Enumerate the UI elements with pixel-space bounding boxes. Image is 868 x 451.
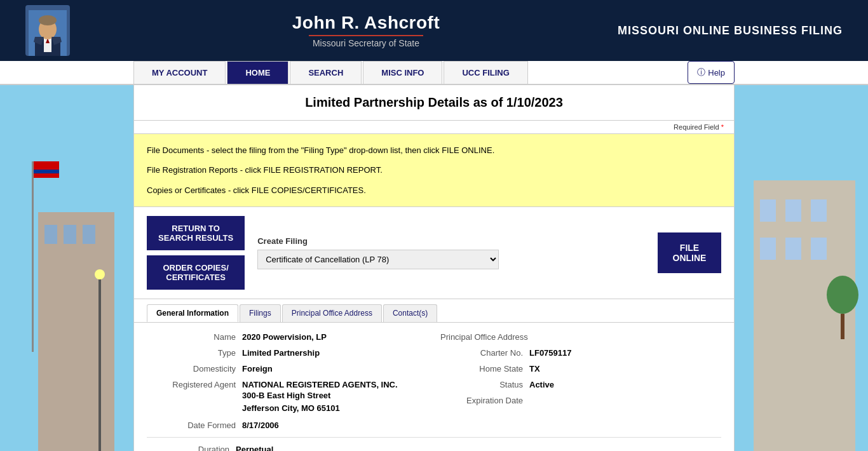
help-icon: ⓘ	[697, 67, 705, 78]
label-domesticity: Domesticity	[153, 364, 242, 374]
tab-filings[interactable]: Filings	[240, 304, 281, 322]
return-to-search-button[interactable]: RETURN TOSEARCH RESULTS	[147, 216, 245, 250]
detail-row-principal-office: Principal Office Address	[440, 329, 715, 345]
tab-general-information[interactable]: General Information	[147, 304, 238, 322]
help-label: Help	[708, 68, 725, 77]
svg-point-5	[39, 15, 57, 25]
detail-row-duration: Duration Perpetual	[147, 441, 721, 451]
detail-row-domesticity: Domesticity Foreign	[153, 361, 428, 377]
person-title: Missouri Secretary of State	[313, 38, 419, 48]
nav-bar: MY ACCOUNT HOME SEARCH MISC INFO UCC FIL…	[0, 61, 868, 85]
label-expiration: Expiration Date	[440, 396, 529, 405]
main-content-area: Limited Partnership Details as of 1/10/2…	[0, 85, 868, 451]
action-row: RETURN TOSEARCH RESULTS ORDER COPIES/CER…	[134, 207, 734, 299]
order-copies-button[interactable]: ORDER COPIES/CERTIFICATES	[147, 255, 245, 290]
background-wrapper: Limited Partnership Details as of 1/10/2…	[0, 85, 868, 451]
detail-row-name: Name 2020 Powervision, LP	[153, 329, 428, 345]
person-name: John R. Ashcroft	[292, 13, 440, 33]
tab-contacts[interactable]: Contact(s)	[383, 304, 437, 322]
label-name: Name	[153, 332, 242, 342]
label-type: Type	[153, 348, 242, 358]
instruction-3: Copies or Certificates - click FILE COPI…	[147, 183, 721, 198]
nav-misc-info[interactable]: MISC INFO	[363, 61, 442, 84]
required-field-text: Required Field	[674, 123, 719, 131]
value-charter: LF0759117	[529, 348, 572, 358]
filing-type-select[interactable]: Certificate of Cancellation (LP 78)	[257, 250, 499, 269]
header-divider	[309, 35, 423, 36]
label-duration: Duration	[147, 445, 236, 451]
file-online-button[interactable]: FILEONLINE	[658, 232, 721, 273]
help-button[interactable]: ⓘ Help	[688, 61, 735, 84]
divider	[147, 437, 721, 438]
label-home-state: Home State	[440, 364, 529, 374]
required-field-note: Required Field	[134, 121, 734, 134]
value-date-formed: 8/17/2006	[242, 421, 279, 430]
detail-col-right: Principal Office Address Charter No. LF0…	[434, 329, 721, 433]
value-home-state: TX	[529, 364, 540, 374]
site-title: MISSOURI ONLINE BUSINESS FILING	[618, 24, 843, 37]
agent-address1: 300-B East High Street	[242, 391, 330, 400]
label-status: Status	[440, 380, 529, 389]
value-status: Active	[529, 380, 554, 389]
label-date-formed: Date Formed	[153, 421, 242, 430]
filing-section: Create Filing Certificate of Cancellatio…	[257, 236, 645, 269]
agent-address2: Jefferson City, MO 65101	[242, 403, 340, 413]
instruction-2: File Registration Reports - click FILE R…	[147, 163, 721, 177]
tab-principal-office-address[interactable]: Principal Office Address	[282, 304, 382, 322]
detail-row-home-state: Home State TX	[440, 361, 715, 377]
label-charter: Charter No.	[440, 348, 529, 358]
detail-row-status: Status Active	[440, 377, 715, 393]
site-header: John R. Ashcroft Missouri Secretary of S…	[0, 0, 868, 61]
detail-row-expiration: Expiration Date	[440, 393, 715, 408]
nav-ucc-filing[interactable]: UCC FILING	[444, 61, 527, 84]
value-duration: Perpetual	[236, 445, 273, 451]
tabs-row: General Information Filings Principal Of…	[134, 299, 734, 323]
value-registered-agent: NATIONAL REGISTERED AGENTS, INC. 300-B E…	[242, 380, 398, 414]
value-type: Limited Partnership	[242, 348, 320, 358]
detail-row-registered-agent: Registered Agent NATIONAL REGISTERED AGE…	[153, 377, 428, 417]
label-registered-agent: Registered Agent	[153, 380, 242, 389]
create-filing-label: Create Filing	[257, 236, 645, 246]
main-panel: Limited Partnership Details as of 1/10/2…	[133, 85, 735, 451]
nav-my-account[interactable]: MY ACCOUNT	[133, 61, 226, 84]
instructions-box: File Documents - select the filing from …	[134, 134, 734, 207]
detail-section: Name 2020 Powervision, LP Type Limited P…	[134, 323, 734, 451]
header-center: John R. Ashcroft Missouri Secretary of S…	[76, 13, 618, 48]
value-domesticity: Foreign	[242, 364, 273, 374]
portrait	[25, 5, 70, 56]
detail-col-left: Name 2020 Powervision, LP Type Limited P…	[147, 329, 434, 433]
detail-row-type: Type Limited Partnership	[153, 345, 428, 361]
nav-search[interactable]: SEARCH	[290, 61, 362, 84]
value-name: 2020 Powervision, LP	[242, 332, 327, 342]
instruction-1: File Documents - select the filing from …	[147, 143, 721, 158]
agent-name-link[interactable]: NATIONAL REGISTERED AGENTS, INC.	[242, 380, 398, 389]
nav-home[interactable]: HOME	[227, 61, 288, 84]
detail-row-charter: Charter No. LF0759117	[440, 345, 715, 361]
detail-row-date-formed: Date Formed 8/17/2006	[153, 417, 428, 433]
detail-grid: Name 2020 Powervision, LP Type Limited P…	[147, 329, 721, 433]
page-title: Limited Partnership Details as of 1/10/2…	[134, 85, 734, 121]
label-principal-office: Principal Office Address	[440, 332, 534, 342]
